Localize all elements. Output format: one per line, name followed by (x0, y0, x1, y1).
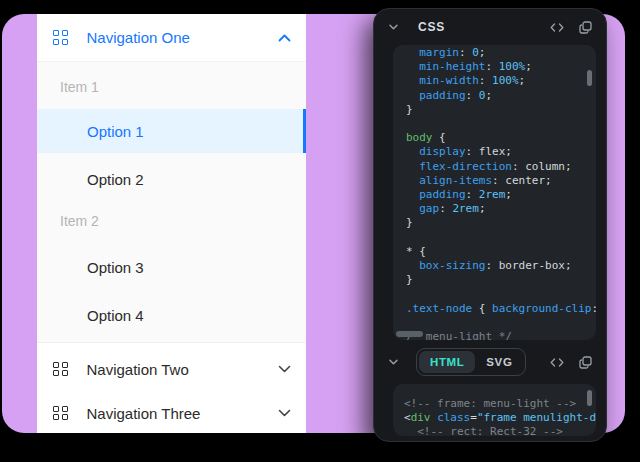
css-section-header: CSS (374, 9, 606, 45)
chevron-down-icon[interactable] (384, 18, 402, 36)
copy-icon[interactable] (576, 18, 594, 36)
vertical-scrollbar-thumb[interactable] (587, 390, 592, 406)
view-code-icon[interactable] (548, 18, 566, 36)
chevron-down-icon[interactable] (384, 353, 402, 371)
menu-option-3[interactable]: Option 3 (37, 245, 306, 289)
menu-group-item-2: Item 2 (37, 206, 306, 236)
menu-item-navigation-one[interactable]: Navigation One (37, 14, 306, 61)
chevron-up-icon (278, 34, 291, 42)
menu-item-label: Navigation Three (87, 405, 279, 422)
css-code-lines: margin: 0; min-height: 100%; min-width: … (406, 46, 596, 340)
tab-html[interactable]: HTML (419, 351, 475, 373)
vertical-scrollbar-thumb[interactable] (587, 70, 592, 86)
view-code-icon[interactable] (548, 353, 566, 371)
menu-option-1[interactable]: Option 1 (37, 109, 306, 153)
html-section-header: HTML SVG (374, 340, 606, 384)
copy-icon[interactable] (576, 353, 594, 371)
horizontal-scrollbar-thumb[interactable] (396, 331, 423, 337)
appstore-grid-icon (53, 406, 68, 421)
menu-group-item-1: Item 1 (37, 72, 306, 102)
chevron-down-icon (278, 409, 291, 417)
html-code-block: <!-- frame: menu-light --><div class="fr… (393, 384, 596, 436)
html-code-lines: <!-- frame: menu-light --><div class="fr… (404, 397, 596, 436)
screenshot-stage: Navigation One Item 1 Option 1 Option 2 … (0, 0, 640, 462)
menu-item-label: Navigation Two (87, 361, 279, 378)
menu-item-navigation-three[interactable]: Navigation Three (37, 391, 306, 433)
menu-item-navigation-two[interactable]: Navigation Two (37, 347, 306, 391)
chevron-down-icon (278, 365, 291, 373)
css-code-block: margin: 0; min-height: 100%; min-width: … (393, 45, 596, 340)
appstore-grid-icon (53, 362, 68, 377)
menu-option-4[interactable]: Option 4 (37, 293, 306, 337)
css-section-title: CSS (418, 20, 445, 34)
appstore-grid-icon (53, 30, 68, 45)
menu-option-2[interactable]: Option 2 (37, 157, 306, 201)
navigation-menu: Navigation One Item 1 Option 1 Option 2 … (37, 14, 306, 433)
code-format-tabs: HTML SVG (416, 348, 526, 376)
code-inspector-panel: CSS margin: 0; min-height: 100%; min-wid… (373, 8, 607, 442)
tab-svg[interactable]: SVG (475, 351, 523, 373)
navigation-one-submenu: Item 1 Option 1 Option 2 Item 2 Option 3… (37, 61, 306, 343)
menu-item-label: Navigation One (87, 29, 279, 46)
